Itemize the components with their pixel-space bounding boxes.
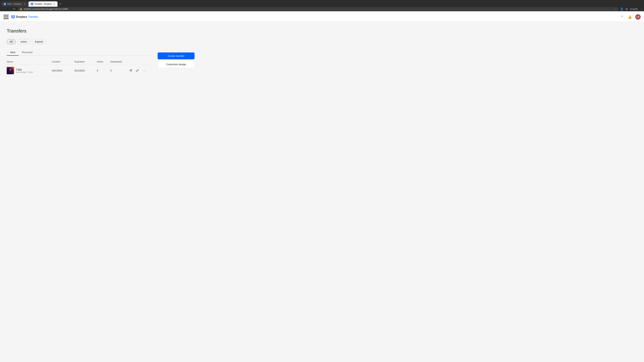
- filter-all-button[interactable]: All: [7, 39, 16, 44]
- col-created-value: 24/1/2024: [52, 69, 74, 72]
- logo-dropbox-text: Dropbox: [16, 15, 27, 18]
- tab-received[interactable]: Received: [18, 49, 36, 56]
- browser-tabs: Files – Dropbox ✕ Transfer – Dropbox ✕ +: [1, 1, 643, 7]
- link-icon: [136, 69, 139, 72]
- waffle-icon: [4, 14, 8, 19]
- tab-transfer-label: Transfer – Dropbox: [34, 3, 52, 5]
- header-left: Dropbox Transfer: [3, 14, 38, 19]
- tab-sent[interactable]: Sent: [7, 49, 18, 56]
- page-title: Transfers: [7, 28, 194, 34]
- bell-icon: 🔔: [628, 15, 632, 19]
- col-actions-header: [128, 60, 151, 63]
- file-cell: 3.jpg Sent today • 1 item: [7, 67, 52, 74]
- tab-files[interactable]: Files – Dropbox ✕: [1, 1, 28, 7]
- profile-icon[interactable]: 👤: [620, 7, 624, 10]
- logo-transfer-text: Transfer: [28, 15, 38, 18]
- filter-active-button[interactable]: Active: [18, 39, 30, 44]
- content-tabs: Sent Received: [7, 49, 151, 56]
- tab-transfer-close[interactable]: ✕: [53, 3, 55, 5]
- address-bar[interactable]: 🔒 dropbox.com/transfer/manage?referrer=w…: [18, 7, 619, 11]
- waffle-menu-button[interactable]: [3, 14, 9, 19]
- file-info: 3.jpg Sent today • 1 item: [16, 68, 33, 73]
- main-content: Transfers All Active Expired Sent Receiv…: [0, 22, 201, 80]
- send-icon: [129, 69, 132, 72]
- notifications-button[interactable]: 🔔: [627, 14, 632, 19]
- thumbnail-image: [7, 67, 14, 74]
- col-views-header: Views: [97, 60, 110, 63]
- new-tab-button[interactable]: +: [58, 2, 62, 6]
- col-expiration-value: 31/1/2024: [74, 69, 97, 72]
- browser-chrome: Files – Dropbox ✕ Transfer – Dropbox ✕ +…: [0, 0, 644, 11]
- filter-bar: All Active Expired: [7, 39, 151, 44]
- file-name: 3.jpg: [16, 68, 33, 71]
- tab-files-close[interactable]: ✕: [24, 3, 26, 5]
- col-expiration-header: Expiration: [74, 60, 97, 63]
- file-meta: Sent today • 1 item: [16, 71, 33, 73]
- tab-files-label: Files – Dropbox: [8, 3, 22, 5]
- more-options-button[interactable]: ···: [142, 68, 147, 73]
- tab-transfer-favicon: [31, 3, 33, 5]
- send-button[interactable]: [128, 68, 133, 73]
- forward-button[interactable]: →: [7, 7, 12, 11]
- avatar[interactable]: LD: [635, 14, 641, 19]
- svg-point-4: [8, 71, 12, 72]
- dropbox-icon: [11, 15, 15, 19]
- table-header: Name Created Expiration Views Downloads: [7, 59, 151, 64]
- help-icon: ?: [621, 15, 623, 18]
- lock-icon: 🔒: [20, 8, 22, 10]
- svg-point-3: [10, 68, 12, 70]
- tab-files-favicon: [4, 3, 6, 5]
- header-right: ? 🔔 LD: [619, 14, 641, 19]
- browser-right-icons: 👤 ⊞ Incognito ⋮: [620, 7, 643, 10]
- row-actions: ···: [128, 68, 151, 73]
- create-transfer-button[interactable]: Create transfer: [158, 52, 194, 59]
- col-created-header: Created: [52, 60, 74, 63]
- nav-buttons: ← → ↻: [1, 7, 16, 11]
- main-area: All Active Expired Sent Received Name Cr…: [7, 39, 151, 77]
- page-layout: All Active Expired Sent Received Name Cr…: [7, 39, 194, 77]
- file-thumbnail: [7, 67, 14, 74]
- browser-toolbar: ← → ↻ 🔒 dropbox.com/transfer/manage?refe…: [1, 7, 643, 11]
- reload-button[interactable]: ↻: [12, 7, 16, 11]
- col-views-value: 0: [97, 69, 110, 72]
- star-icon: ☆: [615, 8, 617, 10]
- address-text: dropbox.com/transfer/manage?referrer=waf…: [24, 8, 614, 10]
- back-button[interactable]: ←: [1, 7, 6, 11]
- dropbox-logo[interactable]: Dropbox Transfer: [11, 15, 38, 19]
- menu-icon[interactable]: ⋮: [640, 7, 643, 10]
- filter-expired-button[interactable]: Expired: [32, 39, 46, 44]
- table-row: 3.jpg Sent today • 1 item 24/1/2024 31/1…: [7, 64, 151, 77]
- app-header: Dropbox Transfer ? 🔔 LD: [0, 12, 644, 22]
- right-actions-panel: Create transfer Customize design: [158, 39, 194, 68]
- copy-link-button[interactable]: [135, 68, 140, 73]
- customize-design-button[interactable]: Customize design: [158, 61, 194, 68]
- col-downloads-value: 0: [110, 69, 128, 72]
- ellipsis-icon: ···: [142, 69, 146, 72]
- incognito-label: Incognito: [630, 8, 638, 10]
- help-button[interactable]: ?: [619, 14, 624, 19]
- extension-icon[interactable]: ⊞: [626, 7, 628, 10]
- col-name-header: Name: [7, 60, 52, 63]
- col-downloads-header: Downloads: [110, 60, 128, 63]
- tab-transfer[interactable]: Transfer – Dropbox ✕: [28, 1, 58, 7]
